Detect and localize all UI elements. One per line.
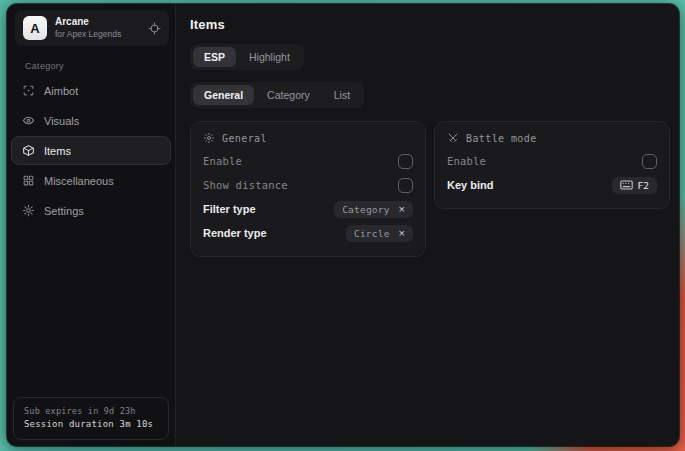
eye-icon	[22, 114, 35, 127]
target-icon[interactable]	[148, 22, 161, 35]
setting-label: Show distance	[203, 179, 288, 191]
swords-icon	[447, 132, 459, 144]
general-panel-header: General	[203, 132, 413, 144]
panels: General Enable Show distance Filter type…	[190, 121, 670, 257]
box-icon	[22, 144, 35, 157]
keyboard-icon	[620, 180, 633, 190]
battle-mode-panel-title: Battle mode	[466, 133, 537, 144]
setting-row-show-distance: Show distance	[203, 173, 413, 197]
sun-icon	[203, 132, 215, 144]
sidebar-item-label: Items	[44, 145, 71, 157]
battle-enable-checkbox[interactable]	[642, 154, 657, 169]
desktop-background: A Arcane for Apex Legends Category	[0, 0, 685, 451]
setting-label: Render type	[203, 227, 267, 239]
sub-tabs-row: General Category List	[190, 82, 670, 108]
render-type-value: Circle	[354, 228, 390, 239]
general-panel: General Enable Show distance Filter type…	[190, 121, 426, 257]
grid-icon	[22, 174, 35, 187]
setting-label: Enable	[447, 155, 486, 167]
general-panel-title: General	[222, 133, 267, 144]
filter-type-value: Category	[342, 204, 389, 215]
page-title: Items	[190, 17, 670, 32]
tab-general[interactable]: General	[193, 85, 254, 105]
render-type-select[interactable]: Circle ×	[346, 225, 413, 242]
sidebar-nav: Aimbot Visuals	[11, 76, 171, 225]
setting-row-enable: Enable	[447, 149, 657, 173]
app-logo: A	[23, 16, 47, 40]
setting-row-key-bind: Key bind F2	[447, 173, 657, 197]
subscription-card: Sub expires in 9d 23h Session duration 3…	[13, 397, 169, 440]
sidebar-item-miscellaneous[interactable]: Miscellaneous	[11, 166, 171, 195]
sidebar-item-items[interactable]: Items	[11, 136, 171, 165]
sidebar-item-aimbot[interactable]: Aimbot	[11, 76, 171, 105]
sidebar-item-label: Settings	[44, 205, 84, 217]
sidebar-item-settings[interactable]: Settings	[11, 196, 171, 225]
app-title: Arcane	[55, 16, 140, 29]
show-distance-checkbox[interactable]	[398, 178, 413, 193]
tab-list[interactable]: List	[323, 85, 361, 105]
keybind-value: F2	[638, 180, 649, 191]
app-titles: Arcane for Apex Legends	[55, 16, 140, 39]
setting-label: Filter type	[203, 203, 256, 215]
session-duration-text: Session duration 3m 10s	[24, 418, 158, 432]
main-content: Items ESP Highlight General Category Lis…	[176, 4, 679, 446]
filter-type-select[interactable]: Category ×	[334, 201, 413, 218]
mode-tabs: ESP Highlight	[190, 44, 304, 70]
tab-esp[interactable]: ESP	[193, 47, 236, 67]
crosshair-icon	[22, 84, 35, 97]
arcane-window: A Arcane for Apex Legends Category	[7, 4, 679, 446]
setting-row-render-type: Render type Circle ×	[203, 221, 413, 245]
gear-icon	[22, 204, 35, 217]
clear-icon[interactable]: ×	[399, 204, 405, 215]
sidebar-item-label: Visuals	[44, 115, 79, 127]
tab-category[interactable]: Category	[256, 85, 321, 105]
setting-row-enable: Enable	[203, 149, 413, 173]
mode-tabs-row: ESP Highlight	[190, 44, 670, 70]
clear-icon[interactable]: ×	[399, 228, 405, 239]
battle-mode-panel-header: Battle mode	[447, 132, 657, 144]
sidebar-spacer	[11, 225, 171, 397]
tab-highlight[interactable]: Highlight	[238, 47, 301, 67]
setting-label: Enable	[203, 155, 242, 167]
app-header-card: A Arcane for Apex Legends	[15, 10, 169, 46]
enable-checkbox[interactable]	[398, 154, 413, 169]
sub-expiry-text: Sub expires in 9d 23h	[24, 405, 158, 418]
setting-row-filter-type: Filter type Category ×	[203, 197, 413, 221]
sidebar: A Arcane for Apex Legends Category	[7, 4, 176, 446]
battle-mode-panel: Battle mode Enable Key bind	[434, 121, 670, 209]
sidebar-item-visuals[interactable]: Visuals	[11, 106, 171, 135]
keybind-button[interactable]: F2	[612, 177, 657, 194]
sub-tabs: General Category List	[190, 82, 364, 108]
sidebar-item-label: Miscellaneous	[44, 175, 114, 187]
app-subtitle: for Apex Legends	[55, 29, 140, 40]
sidebar-item-label: Aimbot	[44, 85, 78, 97]
setting-label: Key bind	[447, 179, 493, 191]
category-label: Category	[25, 61, 171, 71]
